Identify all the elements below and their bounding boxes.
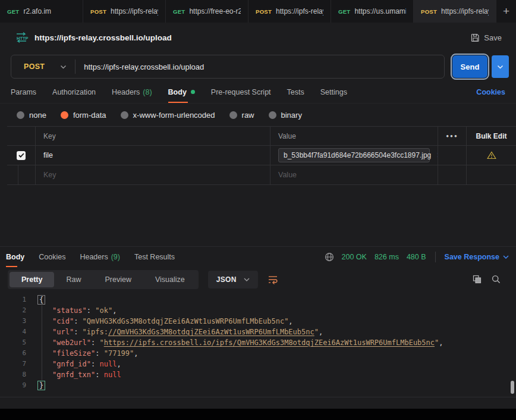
response-tab-body[interactable]: Body [6,247,24,267]
table-row: file b_53bb4f7fa91d684e72b666504e3fcc189… [7,146,516,165]
tab-label: https://ipfs-relay.c [276,7,323,15]
code-token: "QmVHG3KdGs3M8otdqjZEei6AzWt1usWRP6UmfLM… [83,317,289,325]
status-badge[interactable]: 200 OK [342,253,367,261]
open-request-tab-4[interactable]: GEThttps://us.umami.is [331,0,414,23]
method-selector[interactable]: POST [11,62,75,71]
radio-icon [269,111,276,119]
line-number: 2 [0,305,26,316]
method-badge: GET [173,8,185,15]
code-content: "cid": "QmVHG3KdGs3M8otdqjZEei6AzWt1usWR… [26,316,293,327]
send-group: Send [452,55,509,78]
tab-label: r2.afo.im [23,7,51,15]
open-request-tab-5[interactable]: POSThttps://ipfs-relay.c [414,0,496,23]
copy-icon[interactable] [473,275,482,284]
tab-label: https://us.umami.is [354,7,406,15]
code-line: 2"status": "ok", [0,305,516,316]
lower-gap [0,397,516,409]
url-input[interactable]: https://ipfs-relay.crossbell.io/upload [75,62,212,71]
table-header-row: Key Value ●●● Bulk Edit [7,127,516,146]
body-mode-raw[interactable]: raw [229,111,254,120]
format-dropdown[interactable]: JSON [208,271,258,289]
code-token: " [314,328,319,336]
body-mode-form-data[interactable]: form-data [61,111,106,120]
editor-scrollbar[interactable] [511,381,514,394]
tab-authorization[interactable]: Authorization [52,81,96,103]
request-tab-strip: GETr2.afo.imPOSThttps://ipfs-relay.cGETh… [0,0,516,23]
tab-label: Settings [320,88,347,96]
open-request-tab-0[interactable]: GETr2.afo.im [0,0,83,23]
code-token: "77199" [104,349,134,358]
key-input[interactable]: file [43,151,53,159]
code-token: "gnfd_txn" [52,371,95,379]
code-token: , [439,338,443,347]
body-mode-none[interactable]: none [17,111,46,120]
line-number: 6 [0,348,26,359]
method-badge: GET [7,8,19,15]
response-tab-test-results[interactable]: Test Results [134,247,175,267]
bulk-edit-button[interactable]: Bulk Edit [476,132,506,140]
save-response-button[interactable]: Save Response [445,253,509,261]
key-placeholder[interactable]: Key [43,171,56,179]
body-mode-binary[interactable]: binary [269,111,302,120]
key-column-header: Key [43,132,56,140]
more-columns-icon[interactable]: ●●● [446,133,458,139]
tab-label: Authorization [52,88,96,96]
body-mode-x-www-form-urlencoded[interactable]: x-www-form-urlencoded [121,111,215,120]
request-title-row: HTTP https://ipfs-relay.crossbell.io/upl… [0,23,516,52]
table-empty-row: Key Value [7,165,516,185]
response-tab-headers[interactable]: Headers(9) [80,247,120,267]
value-placeholder[interactable]: Value [278,171,297,179]
view-tab-visualize[interactable]: Visualize [143,272,197,287]
row-checkbox[interactable] [17,151,26,160]
code-token: : [87,306,95,315]
wrap-lines-icon[interactable] [268,275,278,284]
send-options-button[interactable] [492,55,509,78]
code-token: null [99,360,117,368]
tab-tests[interactable]: Tests [287,81,304,103]
view-tab-preview[interactable]: Preview [93,272,143,287]
save-label: Save [484,33,502,42]
tab-label: Body [168,88,187,96]
tab-body[interactable]: Body [168,81,195,103]
send-button[interactable]: Send [452,55,487,78]
code-token: : [95,349,103,358]
response-time[interactable]: 826 ms [375,253,399,261]
view-tab-raw[interactable]: Raw [54,272,93,287]
code-token: "ok" [95,306,112,315]
cookies-link[interactable]: Cookies [476,88,505,96]
indent-guide [42,305,42,380]
new-tab-button[interactable]: + [496,0,516,23]
search-icon[interactable] [492,275,501,284]
tab-headers[interactable]: Headers(8) [112,81,152,103]
code-token: "ipfs: [83,328,108,336]
code-content: { [26,294,45,305]
code-token: : [91,338,99,347]
open-request-tab-3[interactable]: POSThttps://ipfs-relay.c [248,0,331,23]
globe-icon[interactable] [325,252,334,262]
postman-window: GETr2.afo.imPOSThttps://ipfs-relay.cGETh… [0,0,516,420]
response-size[interactable]: 480 B [407,253,426,261]
tab-pre-request-script[interactable]: Pre-request Script [211,81,271,103]
tab-label: https://ipfs-relay.c [441,7,489,15]
code-content: "gnfd_txn": null [26,369,121,380]
line-number: 8 [0,369,26,380]
tab-params[interactable]: Params [11,81,36,103]
code-content: "web2url": "https://ipfs.crossbell.io/ip… [26,337,443,348]
request-title: https://ipfs-relay.crossbell.io/upload [34,33,172,42]
tab-settings[interactable]: Settings [320,81,347,103]
save-button[interactable]: Save [471,33,502,42]
radio-label: x-www-form-urlencoded [133,111,215,120]
tab-label: Headers [112,88,140,96]
file-chip[interactable]: b_53bb4f7fa91d684e72b666504e3fcc1897.jpg… [278,148,430,162]
code-token: { [37,295,45,305]
response-body-editor[interactable]: 1{2"status": "ok",3"cid": "QmVHG3KdGs3M8… [0,292,516,397]
open-request-tab-1[interactable]: POSThttps://ipfs-relay.c [83,0,166,23]
response-toolbar: PrettyRawPreviewVisualize JSON [0,267,516,292]
request-body-blank [0,185,516,246]
tab-label: https://ipfs-relay.c [111,7,158,15]
radio-label: form-data [73,111,106,120]
response-tab-cookies[interactable]: Cookies [39,247,65,267]
open-request-tab-2[interactable]: GEThttps://free-eo-r2.a [166,0,248,23]
view-tab-pretty[interactable]: Pretty [10,272,54,287]
code-line: 1{ [0,294,516,305]
